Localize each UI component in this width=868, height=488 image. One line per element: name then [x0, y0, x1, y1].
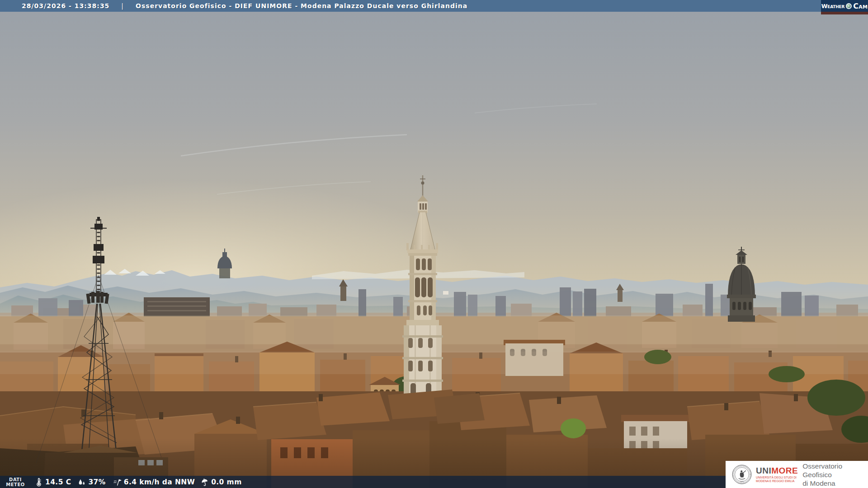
tree — [561, 418, 586, 438]
temperature-value: 14.5 C — [45, 478, 71, 486]
top-info-bar: 28/03/2026 - 13:38:35 | Osservatorio Geo… — [0, 0, 868, 12]
unimore-acronym-red: MORE — [771, 466, 798, 475]
office-slab-building — [144, 297, 210, 317]
unimore-branding: 1175 UNIMORE UNIVERSITÀ DEGLI STUDI DI M… — [726, 461, 868, 488]
weathercam-logo: Weather Cam — [821, 0, 868, 12]
camera-lens-icon — [846, 3, 852, 9]
weathercam-logo-text-weather: Weather — [821, 3, 845, 9]
thermometer-icon — [34, 478, 43, 487]
webcam-frame: 28/03/2026 - 13:38:35 | Osservatorio Geo… — [0, 0, 868, 488]
seal-year: 1175 — [740, 481, 744, 483]
roof-occluding-tower-base — [434, 393, 485, 424]
observatory-name: Osservatorio Geofisico di Modena — [802, 462, 868, 488]
unimore-seal-icon: 1175 — [731, 464, 753, 485]
precipitation-value: 0.0 mm — [211, 478, 242, 486]
sunlit-building-speck — [443, 291, 448, 295]
humidity-value: 37% — [88, 478, 105, 486]
unimore-wordmark: UNIMORE UNIVERSITÀ DEGLI STUDI DI MODENA… — [756, 466, 798, 483]
webcam-photo-modena-skyline — [0, 0, 868, 488]
wind-icon — [113, 478, 122, 487]
wind-value: 6.4 km/h da NNW — [124, 478, 195, 486]
camera-title: Osservatorio Geofisico - DIEF UNIMORE - … — [136, 2, 467, 9]
rain-icon — [200, 478, 209, 487]
weathercam-logo-underline — [821, 12, 868, 14]
separator: | — [121, 2, 124, 9]
unimore-acronym-gray: UNI — [756, 466, 771, 475]
timestamp: 28/03/2026 - 13:38:35 — [22, 2, 109, 9]
weathercam-logo-text-cam: Cam — [853, 2, 868, 10]
dati-meteo-label: DATI METEO — [5, 477, 25, 487]
university-subtitle: UNIVERSITÀ DEGLI STUDI DI MODENA E REGGI… — [756, 476, 798, 483]
humidity-icon — [77, 478, 86, 487]
tree — [807, 380, 865, 416]
